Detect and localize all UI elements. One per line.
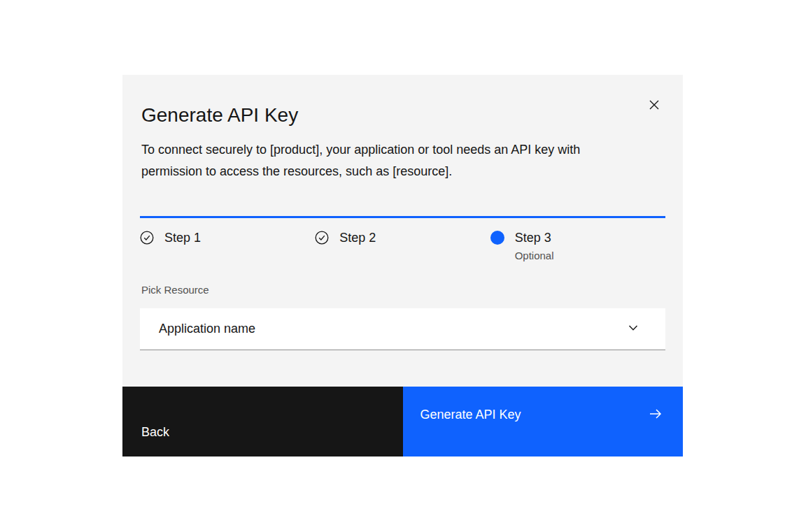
modal-title: Generate API Key xyxy=(141,103,298,128)
step-1-complete[interactable]: Step 1 xyxy=(140,229,315,263)
checkmark-circle-icon xyxy=(140,231,154,245)
back-button[interactable]: Back xyxy=(122,387,403,456)
step-label: Step 3 xyxy=(515,229,554,246)
arrow-right-icon xyxy=(648,405,663,425)
page-background: { "modal": { "title": "Generate API Key"… xyxy=(0,0,806,532)
step-2-complete[interactable]: Step 2 xyxy=(315,229,490,263)
back-button-label: Back xyxy=(141,425,384,440)
resource-dropdown[interactable]: Application name xyxy=(140,308,665,350)
modal-description: To connect securely to [product], your a… xyxy=(141,139,642,182)
pick-resource-label: Pick Resource xyxy=(141,284,209,296)
dropdown-selected-value: Application name xyxy=(159,322,255,336)
step-label: Step 2 xyxy=(339,229,376,246)
step-3-current[interactable]: Step 3 Optional xyxy=(490,229,665,263)
modal-footer: Back Generate API Key xyxy=(122,387,683,456)
checkmark-circle-icon xyxy=(315,231,329,245)
step-label: Step 1 xyxy=(164,229,201,246)
step-optional-label: Optional xyxy=(515,248,554,263)
current-step-dot-icon xyxy=(490,231,504,245)
progress-line xyxy=(140,216,665,218)
chevron-down-icon xyxy=(628,322,639,336)
close-button[interactable] xyxy=(640,91,668,119)
generate-api-key-button-label: Generate API Key xyxy=(420,405,521,422)
generate-api-key-modal: Generate API Key To connect securely to … xyxy=(122,75,683,456)
steps-row: Step 1 Step 2 xyxy=(140,229,665,263)
generate-api-key-button[interactable]: Generate API Key xyxy=(403,387,684,456)
progress-indicator: Step 1 Step 2 xyxy=(140,216,665,263)
close-icon xyxy=(649,99,660,110)
